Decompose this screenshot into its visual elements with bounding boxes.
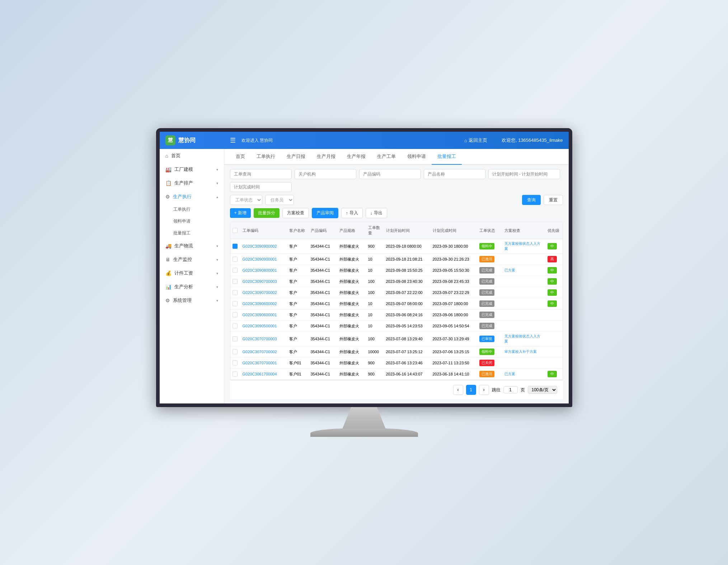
row-work-order[interactable]: G020C3090600002 (240, 302, 287, 306)
row-work-order[interactable]: G020C3070700003 (240, 337, 287, 341)
row-work-order[interactable]: G020C3061700004 (240, 372, 287, 376)
next-page-button[interactable]: › (479, 385, 489, 395)
sidebar-item-wage[interactable]: 💰 计件工资 ▾ (160, 266, 224, 280)
import-button[interactable]: ↑ 导入 (341, 208, 363, 218)
sidebar-item-system[interactable]: ⚙ 系统管理 ▾ (160, 294, 224, 307)
row-work-order[interactable]: G020C3090900002 (240, 244, 287, 248)
row-checkbox[interactable] (233, 323, 238, 328)
tab-work-order-exec[interactable]: 工单执行 (251, 149, 281, 165)
sidebar-item-home[interactable]: ⌂ 首页 (160, 149, 224, 163)
row-status: 已完成 (477, 323, 502, 329)
row-work-order[interactable]: G020C3090600001 (240, 313, 287, 317)
product-review-button[interactable]: 产品审阅 (312, 208, 338, 218)
export-button[interactable]: ↓ 导出 (366, 208, 387, 218)
row-checkbox-cell[interactable] (230, 244, 240, 249)
row-checkbox-cell[interactable] (230, 290, 240, 295)
table-row-cells: G020C3090600002 客户 354344-C1 外部橡皮火 10 20… (230, 298, 563, 309)
system-icon: ⚙ (165, 298, 170, 303)
home-link[interactable]: ⌂ 返回主页 (464, 137, 487, 144)
row-work-order[interactable]: G020C3090800001 (240, 268, 287, 272)
row-checkbox[interactable] (233, 257, 238, 262)
table-row-cells: G020C3090900002 客户 354344-C1 外部橡皮火 900 2… (230, 239, 563, 253)
row-checkbox-cell[interactable] (230, 279, 240, 284)
header-work-order: 工单编码 (240, 225, 287, 236)
product-code-search-input[interactable] (359, 169, 421, 179)
row-work-order[interactable]: G020C3090500001 (240, 324, 287, 328)
row-plan-start: 2023-09-07 08:00:00 (384, 302, 431, 306)
row-client: 客户 (287, 257, 309, 262)
sidebar-item-logistics[interactable]: 🚚 生产物流 ▾ (160, 239, 224, 253)
sidebar-item-scheduling[interactable]: 📋 生产排产 ▾ (160, 176, 224, 190)
header-checkbox[interactable] (230, 225, 240, 236)
sidebar-sub-batch[interactable]: 批量报工 (160, 227, 224, 239)
row-checkbox-cell[interactable] (230, 323, 240, 328)
sidebar-item-monitor[interactable]: 🖥 生产监控 ▾ (160, 253, 224, 266)
batch-split-button[interactable]: 批量拆分 (254, 208, 280, 218)
page-jump-input[interactable] (503, 386, 518, 393)
row-plan-start: 2023-09-18 0800:00 (384, 244, 431, 248)
row-checkbox-cell[interactable] (230, 372, 240, 377)
nav-tabs: 首页 工单执行 生产日报 生产月报 生产年报 生产工单 领料申请 批量报工 (224, 149, 569, 165)
row-checkbox[interactable] (233, 349, 238, 354)
reset-button[interactable]: 重置 (544, 195, 563, 205)
row-product-code: 354344-C1 (309, 244, 337, 248)
sidebar-sub-work-order[interactable]: 工单执行 (160, 204, 224, 215)
tab-home[interactable]: 首页 (230, 149, 251, 165)
row-checkbox[interactable] (233, 290, 238, 295)
row-checkbox[interactable] (233, 268, 238, 273)
table-row-cells: G020C3070700001 客户01 354344-C1 外部橡皮火 900… (230, 358, 563, 368)
table-row: G020C3090800001 客户 354344-C1 外部橡皮火 10 20… (230, 265, 563, 276)
plan-end-date-input[interactable] (230, 182, 292, 192)
row-work-order[interactable]: G020C3070700001 (240, 361, 287, 365)
sidebar-item-analysis[interactable]: 📊 生产分析 ▾ (160, 280, 224, 294)
sidebar-sub-material[interactable]: 领料申请 (160, 215, 224, 227)
client-search-input[interactable] (295, 169, 356, 179)
sidebar-item-execution[interactable]: ⚙ 生产执行 ▴ (160, 190, 224, 204)
person-select[interactable]: 任务员 (265, 195, 294, 205)
tab-material-request[interactable]: 领料申请 (401, 149, 432, 165)
row-work-order[interactable]: G020C3090900001 (240, 257, 287, 261)
row-checkbox-cell[interactable] (230, 257, 240, 262)
tab-monthly-report[interactable]: 生产月报 (311, 149, 341, 165)
qa-check-button[interactable]: 方案校查 (282, 208, 309, 218)
row-checkbox[interactable] (233, 360, 238, 365)
row-checkbox-cell[interactable] (230, 268, 240, 273)
row-checkbox-cell[interactable] (230, 301, 240, 306)
row-checkbox[interactable] (233, 336, 238, 341)
row-work-order[interactable]: G020C3090700002 (240, 290, 287, 295)
menu-icon[interactable]: ☰ (230, 136, 236, 144)
tab-work-order[interactable]: 生产工单 (371, 149, 401, 165)
row-checkbox[interactable] (233, 312, 238, 317)
row-quantity: 900 (366, 372, 384, 376)
tab-batch-report[interactable]: 批量报工 (432, 149, 462, 165)
plan-start-date-input[interactable] (488, 169, 560, 179)
row-checkbox[interactable] (233, 372, 238, 377)
work-order-search-input[interactable] (230, 169, 292, 179)
sidebar-item-factory[interactable]: 🏭 工厂建模 ▾ (160, 163, 224, 176)
row-product-code: 354344-C1 (309, 337, 337, 341)
row-checkbox-cell[interactable] (230, 312, 240, 317)
product-name-search-input[interactable] (424, 169, 485, 179)
monitor-icon: 🖥 (165, 257, 170, 262)
row-checkbox-cell[interactable] (230, 336, 240, 341)
row-product-spec: 外部橡皮火 (337, 360, 366, 366)
row-status: 领料中 (477, 349, 502, 355)
row-checkbox[interactable] (233, 244, 238, 249)
table-row-cells: G020C3061700004 客户01 354344-C1 外部橡皮火 900… (230, 369, 563, 379)
search-button[interactable]: 查询 (522, 195, 541, 205)
select-all-checkbox[interactable] (233, 228, 238, 233)
tab-annual-report[interactable]: 生产年报 (341, 149, 371, 165)
row-checkbox[interactable] (233, 301, 238, 306)
row-work-order[interactable]: G020C3090700003 (240, 279, 287, 284)
new-button[interactable]: + 新增 (230, 208, 251, 218)
prev-page-button[interactable]: ‹ (453, 385, 463, 395)
row-checkbox-cell[interactable] (230, 349, 240, 354)
row-checkbox-cell[interactable] (230, 360, 240, 365)
work-status-select[interactable]: 工单状态 (230, 195, 262, 205)
row-work-order[interactable]: G020C3070700002 (240, 350, 287, 354)
page-size-select[interactable]: 100条/页 (528, 386, 557, 394)
page-1-button[interactable]: 1 (466, 385, 476, 395)
row-checkbox[interactable] (233, 279, 238, 284)
header-product-code: 产品编码 (309, 225, 337, 236)
tab-daily-report[interactable]: 生产日报 (281, 149, 311, 165)
